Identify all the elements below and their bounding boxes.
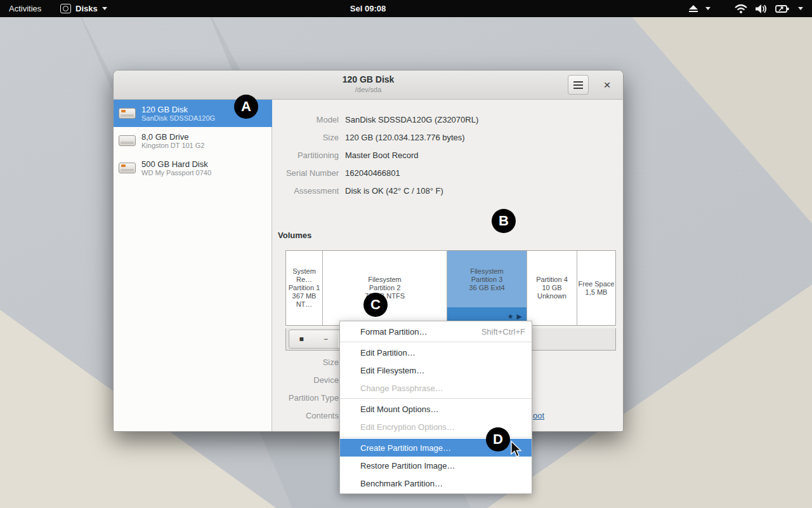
play-icon: ▶	[517, 312, 522, 321]
menu-item-benchmark-partition[interactable]: Benchmark Partition…	[340, 474, 532, 492]
segment-line: 1,5 MB	[579, 288, 615, 297]
device-sidebar: 120 GB Disk SanDisk SDSSDA120G 8,0 GB Dr…	[114, 100, 272, 431]
close-button[interactable]: ×	[599, 77, 615, 93]
partition-detail-row-device: Device	[273, 371, 339, 389]
menu-item-label: Edit Mount Options…	[360, 404, 439, 414]
detail-label: Model	[273, 115, 339, 124]
minus-icon: −	[324, 335, 328, 344]
chevron-down-icon	[798, 7, 803, 10]
sidebar-item-500gb-hard-disk[interactable]: 500 GB Hard Disk WD My Passport 0740	[114, 154, 272, 182]
menu-item-label: Restore Partition Image…	[360, 461, 455, 471]
top-bar: Activities Disks Sel 09:08	[0, 0, 812, 17]
detail-row-model: Model SanDisk SDSSDA120G (Z32070RL)	[273, 110, 478, 128]
segment-line: Partition 2	[365, 284, 405, 292]
segment-line: Partition 1	[286, 284, 322, 292]
hamburger-icon	[573, 81, 583, 83]
partition-3-segment-selected[interactable]: Filesystem Partition 3 36 GB Ext4 ★ ▶	[447, 251, 527, 325]
unmount-button[interactable]: ■	[289, 330, 314, 349]
stop-icon: ■	[299, 335, 303, 344]
clock[interactable]: Sel 09:08	[0, 0, 736, 17]
detail-value: 120 GB (120.034.123.776 bytes)	[345, 133, 465, 142]
segment-line: Free Space	[579, 280, 615, 288]
menu-separator	[340, 342, 532, 342]
menu-item-label: Create Partition Image…	[360, 443, 451, 453]
partition-4-segment[interactable]: Partition 4 10 GB Unknown	[527, 251, 577, 325]
detail-label: Size	[273, 358, 339, 367]
menu-item-label: Benchmark Partition…	[360, 479, 443, 488]
menu-item-edit-mount-options[interactable]: Edit Mount Options…	[340, 400, 532, 418]
segment-line: 36 GB Ext4	[469, 284, 504, 292]
partition-1-segment[interactable]: System Re… Partition 1 367 MB NT…	[286, 251, 323, 325]
chevron-down-icon	[705, 7, 710, 10]
detail-value: Master Boot Record	[345, 150, 419, 160]
segment-line: Partition 4	[527, 276, 577, 284]
menu-item-label: Change Passphrase…	[360, 384, 443, 393]
menu-item-label: Edit Filesystem…	[360, 366, 424, 375]
menu-item-format-partition[interactable]: Format Partition… Shift+Ctrl+F	[340, 323, 532, 340]
detail-value: SanDisk SDSSDA120G (Z32070RL)	[345, 115, 478, 124]
detail-row-serial: Serial Number 162040466801	[273, 164, 400, 182]
menu-item-restore-partition-image[interactable]: Restore Partition Image…	[340, 457, 532, 474]
detail-row-partitioning: Partitioning Master Boot Record	[273, 146, 419, 164]
marker-d: D	[486, 427, 510, 451]
marker-b: B	[492, 209, 516, 233]
detail-label: Partitioning	[273, 150, 339, 160]
free-space-segment[interactable]: Free Space 1,5 MB	[577, 251, 615, 325]
detail-row-assessment: Assessment Disk is OK (42° C / 108° F)	[273, 182, 443, 199]
partition-detail-row-size: Size	[273, 353, 339, 371]
partition-2-segment[interactable]: Filesystem Partition 2 73 GB NTFS	[323, 251, 447, 325]
clock-label: Sel 09:08	[350, 4, 386, 13]
window-subtitle: /dev/sda	[114, 86, 623, 93]
menu-item-accelerator: Shift+Ctrl+F	[481, 327, 525, 337]
volumes-heading: Volumes	[278, 231, 311, 240]
close-icon: ×	[603, 78, 610, 92]
detail-label: Partition Type	[273, 393, 339, 403]
menu-item-label: Format Partition…	[360, 327, 427, 337]
system-status-area[interactable]	[689, 0, 803, 17]
detail-label: Contents	[273, 411, 339, 420]
menu-item-change-passphrase: Change Passphrase…	[340, 379, 532, 397]
segment-line: Filesystem	[469, 267, 504, 276]
menu-item-label: Edit Encryption Options…	[360, 422, 455, 432]
segment-line: Filesystem	[365, 276, 405, 284]
mouse-cursor	[510, 441, 524, 458]
eject-icon[interactable]	[689, 5, 698, 13]
drive-title: 8,0 GB Drive	[141, 132, 204, 142]
menu-button[interactable]	[568, 75, 589, 95]
partition-detail-row-contents: Contents	[273, 406, 339, 424]
battery-icon	[775, 4, 790, 14]
delete-partition-button[interactable]: −	[313, 330, 339, 349]
segment-line: 367 MB NT…	[286, 292, 322, 309]
partition-detail-row-partition-type: Partition Type	[273, 389, 339, 406]
detail-label: Device	[273, 375, 339, 385]
segment-line: System Re…	[286, 267, 322, 284]
marker-a: A	[234, 95, 258, 119]
detail-row-size: Size 120 GB (120.034.123.776 bytes)	[273, 128, 465, 146]
menu-item-label: Edit Partition…	[360, 348, 416, 358]
drive-subtitle: Kingston DT 101 G2	[141, 142, 204, 150]
menu-item-edit-partition[interactable]: Edit Partition…	[340, 344, 532, 361]
menu-item-edit-filesystem[interactable]: Edit Filesystem…	[340, 361, 532, 379]
wifi-icon	[735, 4, 747, 14]
marker-c: C	[363, 293, 388, 317]
detail-label: Size	[273, 133, 339, 142]
detail-value: 162040466801	[345, 168, 400, 178]
drive-subtitle: WD My Passport 0740	[141, 169, 211, 177]
star-icon: ★	[508, 312, 514, 321]
drive-title: 120 GB Disk	[141, 105, 215, 114]
segment-line: Partition 3	[469, 276, 504, 284]
menu-separator	[340, 398, 532, 399]
segment-line: 10 GB Unknown	[527, 284, 577, 300]
volume-icon	[755, 4, 768, 14]
drive-title: 500 GB Hard Disk	[141, 159, 211, 169]
detail-value: Disk is OK (42° C / 108° F)	[345, 186, 443, 196]
drive-subtitle: SanDisk SDSSDA120G	[141, 114, 215, 123]
mounted-at-link[interactable]: oot	[533, 411, 544, 420]
titlebar[interactable]: 120 GB Disk /dev/sda ×	[114, 70, 623, 100]
disk-drive-icon	[119, 108, 136, 119]
window-title: 120 GB Disk	[114, 74, 623, 84]
disk-drive-icon	[119, 163, 136, 173]
disk-drive-icon	[119, 135, 136, 146]
sidebar-item-8gb-drive[interactable]: 8,0 GB Drive Kingston DT 101 G2	[114, 127, 272, 154]
detail-label: Assessment	[273, 186, 339, 196]
